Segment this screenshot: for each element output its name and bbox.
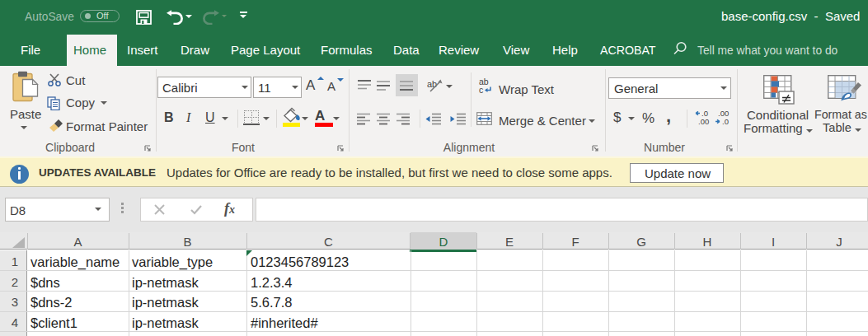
- svg-text:ab: ab: [427, 79, 437, 89]
- svg-text:.00: .00: [698, 117, 709, 126]
- svg-text:.0: .0: [722, 117, 729, 126]
- svg-text:c: c: [479, 85, 483, 94]
